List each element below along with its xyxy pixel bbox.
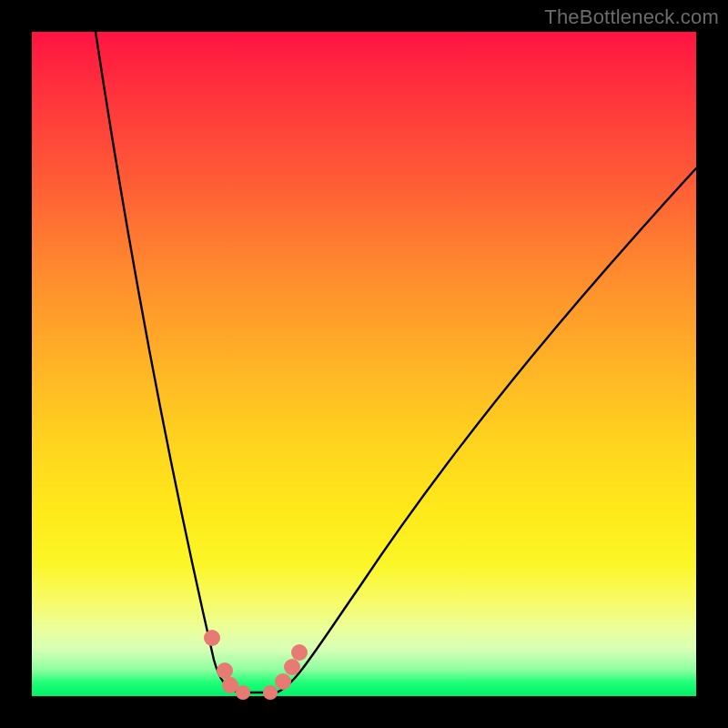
chart-svg <box>32 32 696 696</box>
chart-plot-area <box>32 32 696 696</box>
curve-marker <box>204 630 220 646</box>
watermark-text: TheBottleneck.com <box>544 5 719 29</box>
bottleneck-curve <box>96 32 696 693</box>
curve-right-branch <box>276 168 696 693</box>
curve-left-branch <box>96 32 241 693</box>
curve-markers <box>204 630 308 700</box>
curve-marker <box>275 673 291 690</box>
curve-marker <box>291 644 308 661</box>
curve-marker <box>284 659 300 675</box>
chart-frame: TheBottleneck.com <box>0 0 728 728</box>
curve-marker <box>236 685 250 700</box>
curve-marker <box>263 685 278 700</box>
curve-marker <box>217 662 233 679</box>
